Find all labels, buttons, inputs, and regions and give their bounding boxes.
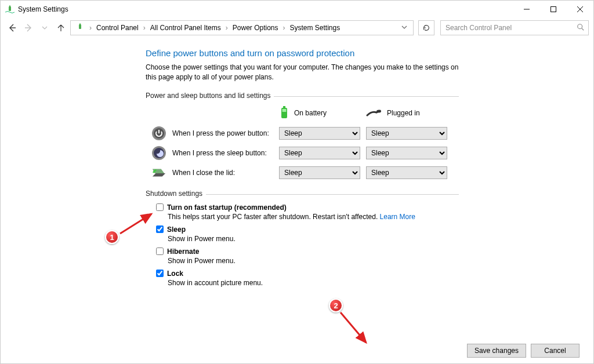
svg-line-11 [582, 28, 584, 30]
sleep-button-plugged-select[interactable]: Do nothingSleepHibernateShut down [366, 147, 447, 159]
address-dropdown-button[interactable] [398, 24, 411, 32]
lid-plugged-select[interactable]: Do nothingSleepHibernateShut down [366, 166, 447, 179]
battery-icon [279, 105, 289, 121]
row-power-button: When I press the power button: [151, 126, 273, 141]
column-label: Plugged in [387, 109, 420, 117]
plug-icon [366, 107, 382, 119]
navbar: › Control Panel › All Control Panel Item… [1, 18, 593, 38]
recent-locations-button[interactable] [38, 21, 52, 35]
svg-point-15 [376, 110, 381, 112]
item-desc: Show in Power menu. [168, 235, 459, 243]
power-buttons-group: Power and sleep buttons and lid settings [146, 92, 459, 100]
back-button[interactable] [5, 21, 19, 35]
item-title: Lock [167, 270, 183, 278]
page-intro: Choose the power settings that you want … [146, 63, 459, 82]
annotation-callout-2: 2 [329, 299, 343, 312]
minimize-button[interactable] [513, 1, 540, 18]
row-label-text: When I press the power button: [172, 129, 269, 137]
titlebar: System Settings [1, 1, 593, 18]
shutdown-item-hibernate: Hibernate Show in Power menu. [156, 247, 459, 265]
shutdown-settings-group: Shutdown settings [146, 190, 459, 198]
learn-more-link[interactable]: Learn More [380, 213, 415, 221]
breadcrumb-item[interactable]: Power Options [230, 23, 281, 33]
item-desc: Show in account picture menu. [168, 279, 459, 287]
forward-button[interactable] [21, 21, 35, 35]
chevron-right-icon: › [224, 24, 229, 32]
svg-point-10 [578, 24, 582, 28]
search-input[interactable] [444, 23, 577, 32]
svg-rect-13 [283, 106, 285, 108]
fast-startup-checkbox[interactable] [156, 203, 164, 211]
item-title: Sleep [167, 225, 186, 234]
window-title: System Settings [18, 5, 68, 13]
chevron-right-icon: › [142, 24, 147, 32]
maximize-button[interactable] [540, 1, 567, 18]
shutdown-item-lock: Lock Show in account picture menu. [156, 270, 459, 287]
content-area: Define power buttons and turn on passwor… [1, 38, 593, 363]
power-buttons-grid: On battery Plugged in When I press the p… [151, 105, 459, 180]
search-icon[interactable] [577, 23, 585, 33]
sleep-button-icon [151, 145, 166, 161]
breadcrumb-item[interactable]: Control Panel [94, 23, 141, 33]
sleep-checkbox[interactable] [156, 225, 164, 233]
item-desc: Show in Power menu. [168, 257, 459, 265]
group-legend: Shutdown settings [146, 190, 206, 198]
item-title: Turn on fast startup (recommended) [167, 203, 287, 212]
cancel-button[interactable]: Cancel [531, 344, 579, 358]
chevron-right-icon[interactable]: › [88, 24, 93, 32]
svg-rect-14 [282, 109, 287, 112]
lock-checkbox[interactable] [156, 270, 164, 277]
refresh-button[interactable] [418, 20, 434, 35]
breadcrumb[interactable]: › Control Panel › All Control Panel Item… [70, 20, 414, 35]
svg-rect-3 [551, 7, 556, 12]
power-options-icon [5, 5, 15, 14]
shutdown-settings-list: Turn on fast startup (recommended) This … [156, 203, 459, 287]
column-header-plugged: Plugged in [366, 107, 447, 119]
group-legend: Power and sleep buttons and lid settings [146, 92, 274, 100]
lid-battery-select[interactable]: Do nothingSleepHibernateShut down [279, 166, 360, 179]
power-button-plugged-select[interactable]: Do nothingSleepHibernateShut down [366, 127, 447, 140]
item-desc: This helps start your PC faster after sh… [168, 213, 378, 221]
lid-icon [151, 165, 166, 180]
breadcrumb-item[interactable]: All Control Panel Items [148, 23, 223, 33]
footer-buttons: Save changes Cancel [467, 344, 579, 358]
column-header-battery: On battery [279, 105, 360, 121]
up-button[interactable] [54, 21, 68, 35]
breadcrumb-item[interactable]: System Settings [287, 23, 342, 33]
svg-rect-1 [9, 6, 10, 7]
close-button[interactable] [567, 1, 593, 18]
svg-rect-9 [79, 23, 81, 24]
shutdown-item-sleep: Sleep Show in Power menu. [156, 225, 459, 243]
row-close-lid: When I close the lid: [151, 165, 273, 180]
page-title: Define power buttons and turn on passwor… [146, 48, 459, 58]
sleep-button-battery-select[interactable]: Do nothingSleepHibernateShut down [279, 147, 360, 159]
svg-rect-0 [9, 6, 11, 11]
annotation-callout-1: 1 [105, 230, 119, 244]
svg-rect-8 [79, 24, 81, 29]
column-label: On battery [294, 109, 327, 117]
save-changes-button[interactable]: Save changes [467, 344, 526, 358]
row-label-text: When I press the sleep button: [172, 149, 267, 157]
row-label-text: When I close the lid: [172, 169, 235, 177]
search-box[interactable] [440, 20, 589, 35]
power-options-icon [75, 23, 85, 34]
row-sleep-button: When I press the sleep button: [151, 145, 273, 161]
hibernate-checkbox[interactable] [156, 247, 164, 255]
item-title: Hibernate [167, 247, 199, 256]
chevron-right-icon: › [281, 24, 286, 32]
power-button-battery-select[interactable]: Do nothingSleepHibernateShut down [279, 127, 360, 140]
shutdown-item-fast-startup: Turn on fast startup (recommended) This … [156, 203, 459, 221]
power-button-icon [151, 126, 166, 141]
